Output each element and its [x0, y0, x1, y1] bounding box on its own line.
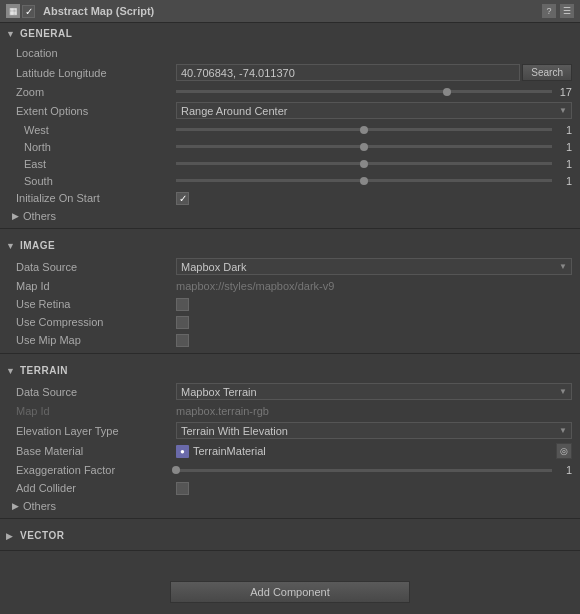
image-data-source-label: Data Source: [16, 261, 176, 273]
vector-section: ▶ VECTOR: [0, 525, 580, 551]
exaggeration-thumb[interactable]: [172, 466, 180, 474]
title-checkbox[interactable]: ✓: [22, 5, 35, 18]
add-component-bar: Add Component: [0, 571, 580, 613]
title-bar: ▦ ✓ Abstract Map (Script) ? ☰: [0, 0, 580, 23]
image-section: ▼ IMAGE Data Source Mapbox Dark ▼ Map Id…: [0, 235, 580, 354]
search-button[interactable]: Search: [522, 64, 572, 81]
terrain-title: TERRAIN: [20, 365, 68, 376]
init-on-start-row: Initialize On Start ✓: [0, 189, 580, 207]
settings-icon[interactable]: ☰: [560, 4, 574, 18]
zoom-label: Zoom: [16, 86, 176, 98]
general-others-label: Others: [23, 210, 56, 222]
image-map-id-value: mapbox://styles/mapbox/dark-v9: [176, 280, 334, 292]
terrain-others-arrow: ▶: [12, 501, 19, 511]
zoom-track[interactable]: [176, 90, 552, 93]
lat-lon-input[interactable]: [176, 64, 520, 81]
extent-options-value: Range Around Center: [181, 105, 287, 117]
vector-title: VECTOR: [20, 530, 65, 541]
exaggeration-factor-row: Exaggeration Factor 1: [0, 461, 580, 479]
image-data-source-value: Mapbox Dark: [181, 261, 246, 273]
add-component-button[interactable]: Add Component: [170, 581, 410, 603]
terrain-section: ▼ TERRAIN Data Source Mapbox Terrain ▼ M…: [0, 360, 580, 519]
use-mip-map-checkbox[interactable]: [176, 334, 189, 347]
terrain-data-source-dropdown[interactable]: Mapbox Terrain ▼: [176, 383, 572, 400]
bottom-spacer: [0, 551, 580, 571]
use-retina-label: Use Retina: [16, 298, 176, 310]
west-track[interactable]: [176, 128, 552, 131]
extent-options-row: Extent Options Range Around Center ▼: [0, 100, 580, 121]
zoom-thumb[interactable]: [443, 88, 451, 96]
north-thumb[interactable]: [360, 143, 368, 151]
terrain-arrow: ▼: [6, 366, 16, 376]
terrain-others-row[interactable]: ▶ Others: [0, 497, 580, 514]
south-thumb[interactable]: [360, 177, 368, 185]
elevation-layer-type-dropdown[interactable]: Terrain With Elevation ▼: [176, 422, 572, 439]
general-section: ▼ GENERAL Location Latitude Longitude Se…: [0, 23, 580, 229]
image-title: IMAGE: [20, 240, 55, 251]
exaggeration-slider-container: 1: [176, 464, 572, 476]
image-data-source-row: Data Source Mapbox Dark ▼: [0, 256, 580, 277]
init-checkbox-wrap: ✓: [176, 192, 189, 205]
west-value: 1: [556, 124, 572, 136]
north-track[interactable]: [176, 145, 552, 148]
south-value: 1: [556, 175, 572, 187]
base-material-label: Base Material: [16, 445, 176, 457]
use-compression-row: Use Compression: [0, 313, 580, 331]
location-label: Location: [16, 47, 176, 59]
base-material-field: ● TerrainMaterial ◎: [176, 443, 572, 459]
add-collider-row: Add Collider: [0, 479, 580, 497]
elevation-layer-type-value: Terrain With Elevation: [181, 425, 288, 437]
image-section-header[interactable]: ▼ IMAGE: [0, 235, 580, 256]
info-icon[interactable]: ?: [542, 4, 556, 18]
lat-lon-label: Latitude Longitude: [16, 67, 176, 79]
use-compression-checkbox[interactable]: [176, 316, 189, 329]
image-arrow: ▼: [6, 241, 16, 251]
elevation-layer-type-label: Elevation Layer Type: [16, 425, 176, 437]
add-collider-label: Add Collider: [16, 482, 176, 494]
base-material-select-btn[interactable]: ◎: [556, 443, 572, 459]
use-mip-map-label: Use Mip Map: [16, 334, 176, 346]
south-slider-container: 1: [176, 175, 572, 187]
title-right-icons: ? ☰: [542, 4, 574, 18]
use-mip-map-row: Use Mip Map: [0, 331, 580, 349]
terrain-map-id-row: Map Id mapbox.terrain-rgb: [0, 402, 580, 420]
add-collider-checkbox[interactable]: [176, 482, 189, 495]
use-retina-checkbox[interactable]: [176, 298, 189, 311]
terrain-data-source-arrow: ▼: [559, 387, 567, 396]
elevation-layer-type-row: Elevation Layer Type Terrain With Elevat…: [0, 420, 580, 441]
title-text: Abstract Map (Script): [39, 5, 538, 17]
east-thumb[interactable]: [360, 160, 368, 168]
title-icons: ▦ ✓: [6, 4, 35, 18]
vector-section-header[interactable]: ▶ VECTOR: [0, 525, 580, 546]
map-icon: ▦: [6, 4, 20, 18]
extent-options-label: Extent Options: [16, 105, 176, 117]
image-map-id-row: Map Id mapbox://styles/mapbox/dark-v9: [0, 277, 580, 295]
lat-lon-search-group: Search: [176, 64, 572, 81]
east-track[interactable]: [176, 162, 552, 165]
east-slider-container: 1: [176, 158, 572, 170]
image-map-id-label: Map Id: [16, 280, 176, 292]
exaggeration-value: 1: [556, 464, 572, 476]
west-label: West: [24, 124, 176, 136]
west-thumb[interactable]: [360, 126, 368, 134]
terrain-section-header[interactable]: ▼ TERRAIN: [0, 360, 580, 381]
extent-options-dropdown[interactable]: Range Around Center ▼: [176, 102, 572, 119]
general-title: GENERAL: [20, 28, 72, 39]
terrain-map-id-label: Map Id: [16, 405, 176, 417]
north-label: North: [24, 141, 176, 153]
north-slider-container: 1: [176, 141, 572, 153]
use-retina-row: Use Retina: [0, 295, 580, 313]
exaggeration-track[interactable]: [176, 469, 552, 472]
east-value: 1: [556, 158, 572, 170]
general-others-arrow: ▶: [12, 211, 19, 221]
image-data-source-arrow: ▼: [559, 262, 567, 271]
terrain-data-source-row: Data Source Mapbox Terrain ▼: [0, 381, 580, 402]
location-row: Location: [0, 44, 580, 62]
general-section-header[interactable]: ▼ GENERAL: [0, 23, 580, 44]
image-data-source-dropdown[interactable]: Mapbox Dark ▼: [176, 258, 572, 275]
south-row: South 1: [0, 172, 580, 189]
general-others-row[interactable]: ▶ Others: [0, 207, 580, 224]
south-track[interactable]: [176, 179, 552, 182]
north-value: 1: [556, 141, 572, 153]
init-checkbox[interactable]: ✓: [176, 192, 189, 205]
